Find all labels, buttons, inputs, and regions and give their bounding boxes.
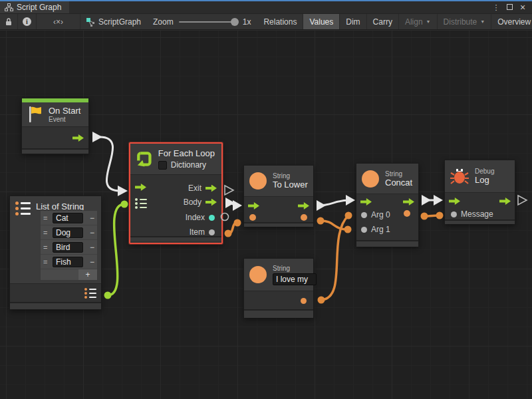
graph-canvas[interactable]: On Start Event List of String: [0, 31, 532, 399]
close-icon[interactable]: ×: [517, 2, 528, 13]
node-footer: [244, 222, 313, 227]
string-type-icon: [362, 170, 379, 188]
wire-tolower-arg1: [321, 221, 348, 229]
drag-handle-icon[interactable]: =: [43, 258, 50, 266]
list-icon: [15, 201, 31, 215]
node-subtitle: String: [273, 265, 317, 272]
node-footer: [445, 219, 515, 224]
loop-icon: [136, 149, 153, 169]
port-label-exit: Exit: [188, 184, 201, 193]
focus-accent-line: [0, 0, 532, 1]
node-title: Log: [475, 175, 494, 185]
port-label-arg0: Arg 0: [371, 210, 390, 219]
toolbar-button-distribute[interactable]: Distribute ▼: [438, 14, 492, 29]
drag-handle-icon[interactable]: =: [43, 229, 50, 237]
toolbar-button-overview[interactable]: Overview: [491, 14, 532, 29]
drag-handle-icon[interactable]: =: [43, 214, 50, 222]
port-label-arg1: Arg 1: [371, 225, 390, 234]
zoom-control: Zoom 1x: [146, 14, 257, 29]
flow-output-port[interactable]: [72, 134, 84, 142]
lock-icon: [5, 17, 13, 26]
remove-item-button[interactable]: −: [90, 243, 94, 252]
node-on-start[interactable]: On Start Event: [21, 98, 89, 154]
arg0-input-port[interactable]: [361, 212, 367, 218]
remove-item-button[interactable]: −: [90, 228, 94, 237]
node-list-of-string[interactable]: List of String = − = − =: [9, 196, 102, 310]
node-to-lower[interactable]: String To Lower: [243, 165, 314, 227]
list-item-row: = −: [41, 225, 97, 240]
item-output-port[interactable]: [209, 229, 215, 235]
toolbar-button-relations[interactable]: Relations: [257, 14, 303, 29]
menu-icon[interactable]: ⋮: [491, 3, 501, 12]
node-title: To Lower: [273, 180, 308, 190]
string-output-port[interactable]: [301, 298, 307, 304]
arg1-input-port[interactable]: [361, 227, 367, 233]
info-button[interactable]: i: [18, 14, 37, 29]
graph-tab-icon: [5, 3, 13, 11]
code-preview-button[interactable]: ‹×›: [37, 14, 80, 29]
exit-output-port[interactable]: [205, 185, 217, 192]
node-subtitle: Debug: [475, 168, 494, 175]
dropdown-arrow-icon: ▼: [480, 19, 485, 24]
body-output-port[interactable]: [205, 199, 217, 206]
message-input-port[interactable]: [451, 211, 457, 217]
zoom-slider[interactable]: [179, 21, 237, 23]
remove-item-button[interactable]: −: [90, 257, 94, 267]
node-string-literal[interactable]: String: [243, 258, 314, 318]
drag-handle-icon[interactable]: =: [43, 243, 50, 251]
tab-script-graph[interactable]: Script Graph: [0, 1, 69, 13]
graph-breadcrumb[interactable]: ScriptGraph: [80, 14, 146, 29]
maximize-icon[interactable]: [504, 3, 515, 11]
list-item-field[interactable]: [53, 257, 83, 267]
flow-input-port[interactable]: [360, 198, 372, 205]
toolbar-button-carry[interactable]: Carry: [367, 14, 399, 29]
dropdown-arrow-icon: ▼: [426, 19, 431, 24]
add-item-button[interactable]: +: [78, 269, 97, 280]
toolbar-button-values[interactable]: Values: [303, 14, 340, 29]
string-input-port[interactable]: [249, 214, 256, 221]
collection-input-port[interactable]: [135, 198, 147, 209]
string-type-icon: [249, 266, 267, 283]
node-footer: [10, 302, 101, 309]
string-type-icon: [249, 172, 267, 190]
flow-input-port[interactable]: [449, 198, 460, 205]
node-title: On Start: [49, 106, 80, 116]
list-output-port[interactable]: [84, 288, 96, 299]
string-output-port[interactable]: [301, 214, 307, 221]
lock-button[interactable]: [0, 14, 18, 29]
wire-onstart-foreach: [100, 137, 120, 191]
flow-input-port[interactable]: [135, 184, 146, 191]
flag-icon: [27, 106, 43, 123]
node-footer: [356, 240, 418, 247]
dictionary-checkbox[interactable]: [158, 161, 167, 170]
index-output-port[interactable]: [209, 215, 215, 221]
string-value-field[interactable]: [273, 273, 317, 285]
flow-input-port[interactable]: [248, 202, 259, 209]
list-item-field[interactable]: [53, 227, 83, 238]
code-preview-icon: ‹×›: [53, 17, 63, 27]
port-label-body: Body: [184, 198, 201, 207]
zoom-slider-handle[interactable]: [231, 18, 239, 26]
flow-output-port[interactable]: [403, 198, 414, 205]
node-subtitle: Event: [49, 116, 80, 123]
list-item-row: = −: [41, 255, 97, 269]
flow-output-port[interactable]: [499, 198, 511, 205]
string-output-port[interactable]: [404, 210, 410, 217]
exit-unconnected-indicator: [225, 186, 233, 195]
node-for-each-loop[interactable]: For Each Loop Dictionary Exit: [129, 142, 223, 244]
wire-body-tolower: [227, 203, 239, 205]
log-flow-unconnected-indicator: [518, 196, 527, 205]
flow-output-port[interactable]: [298, 202, 309, 209]
list-item-field[interactable]: [53, 242, 83, 253]
list-item-field[interactable]: [53, 213, 83, 223]
toolbar-button-dim[interactable]: Dim: [340, 14, 366, 29]
port-label-message: Message: [461, 209, 493, 219]
dictionary-checkbox-label: Dictionary: [171, 160, 206, 170]
toolbar-button-align[interactable]: Align ▼: [399, 14, 438, 29]
script-graph-icon: [86, 17, 95, 27]
node-title: Concat: [385, 178, 412, 188]
node-debug-log[interactable]: Debug Log Message: [444, 160, 515, 224]
port-label-item: Item: [190, 227, 205, 237]
remove-item-button[interactable]: −: [90, 213, 94, 223]
node-concat[interactable]: String Concat Arg 0 Arg 1: [356, 163, 419, 247]
